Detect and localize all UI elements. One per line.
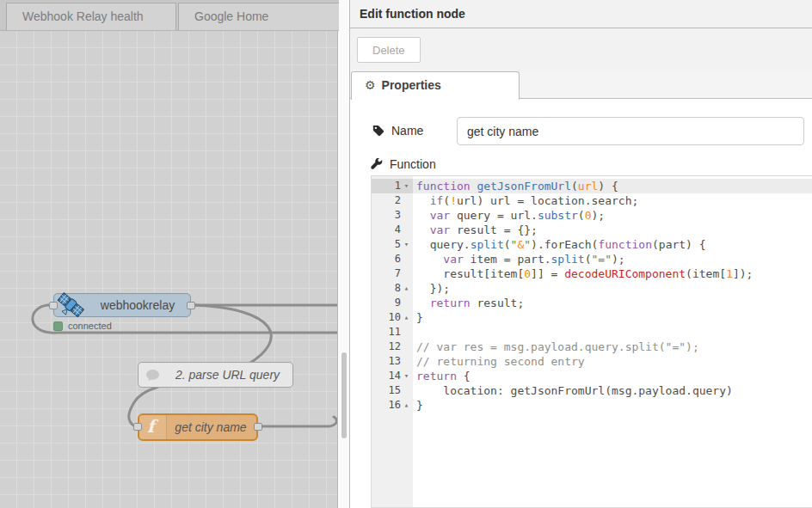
code-text: } [416,398,423,413]
code-line: 9 return result; [372,296,812,310]
code-line: 5▾ query.split("&").forEach(function(par… [372,237,812,252]
line-number: 2 [372,193,413,208]
tab-label: Properties [382,78,441,92]
line-number: 13 [372,354,413,369]
code-line: 4 var result = {}; [372,223,812,237]
code-text: location: getJsonFromUrl(msg.payload.que… [416,383,733,398]
code-text: function getJsonFromUrl(url) { [416,179,618,193]
tray-title: Edit function node [350,0,812,28]
node-output-port[interactable] [187,302,195,309]
flow-workspace: Webhook Relay health Google Home [0,0,349,508]
code-line: 13// returning second entry [372,354,812,369]
flow-tab-label: Google Home [194,9,268,23]
tray-toolbar: Delete [350,28,812,71]
code-line: 10▴} [372,310,812,325]
code-lines: 1▾function getJsonFromUrl(url) {2 if(!ur… [372,179,812,413]
name-input[interactable] [457,117,804,145]
fold-close-icon[interactable]: ▴ [401,310,412,325]
code-line: 8▴ }); [372,281,812,296]
status-dot-connected [53,321,63,331]
code-line: 16▴} [372,398,812,413]
node-input-port[interactable] [133,423,142,431]
code-text: }); [416,281,450,296]
code-text: if(!url) url = location.search; [416,193,638,208]
function-code-editor[interactable]: 1▾function getJsonFromUrl(url) {2 if(!ur… [371,175,812,508]
node-label: webhookrelay [90,294,185,316]
code-line: 11 [372,325,812,340]
delete-button[interactable]: Delete [357,37,421,63]
fold-open-icon[interactable]: ▾ [401,237,412,252]
code-text: result[item[0]] = decodeURIComponent(ite… [416,266,753,281]
name-field-label: Name [372,124,423,138]
code-line: 1▾function getJsonFromUrl(url) { [372,179,812,193]
wrench-icon [371,158,383,170]
code-line: 15 location: getJsonFromUrl(msg.payload.… [372,383,812,398]
tray-body: Name Function 1▾function getJsonFromUrl(… [350,101,812,508]
code-text: } [416,310,423,325]
line-number: 4 [372,223,413,237]
tab-properties[interactable]: ⚙Properties [351,71,520,100]
code-line: 14▾return { [372,369,812,383]
fold-close-icon[interactable]: ▴ [401,398,412,413]
code-text: var query = url.substr(0); [416,208,605,223]
code-text: return { [416,369,471,383]
code-text: var item = part.split("="); [416,252,625,266]
flow-tab-label: Webhook Relay health [22,9,144,23]
node-function-get-city-name[interactable]: f get city name [138,413,258,441]
line-number: 7 [372,266,413,281]
line-number: 9 [372,296,413,310]
line-number: 6 [372,252,413,266]
code-text: return result; [416,296,524,310]
line-number: 3 [372,208,413,223]
workspace-scrollbar [339,0,349,508]
comment-icon [145,369,160,383]
code-line: 12// var res = msg.payload.query.split("… [372,340,812,354]
code-text: query.split("&").forEach(function(part) … [416,237,706,252]
code-line: 3 var query = url.substr(0); [372,208,812,223]
code-text: // returning second entry [416,354,585,369]
line-number: 11 [372,325,413,340]
node-label: get city name [169,415,253,439]
wire-function-out [260,417,336,426]
flow-tab-google-home[interactable]: Google Home [178,3,339,31]
node-output-port[interactable] [254,423,262,431]
flow-tab-webhook-relay-health[interactable]: Webhook Relay health [6,3,176,31]
status-text: connected [68,321,112,331]
fold-close-icon[interactable]: ▴ [401,281,412,296]
fold-open-icon[interactable]: ▾ [401,179,412,193]
flow-canvas[interactable]: webhookrelay connected 2. parse URL quer… [0,31,338,508]
tag-icon [372,125,384,137]
function-field-label: Function [371,157,436,171]
code-line: 6 var item = part.split("="); [372,252,812,266]
code-text: // var res = msg.payload.query.split("="… [416,340,699,354]
fold-open-icon[interactable]: ▾ [401,369,412,383]
node-red-editor: Webhook Relay health Google Home [0,0,812,508]
function-f-icon: f [147,416,155,437]
code-line: 2 if(!url) url = location.search; [372,193,812,208]
code-line: 7 result[item[0]] = decodeURIComponent(i… [372,266,812,281]
edit-tray: Edit function node Delete ⚙Properties Na… [349,0,812,508]
gear-icon: ⚙ [365,78,376,92]
flow-tabbar: Webhook Relay health Google Home [0,0,339,31]
node-status-webhookrelay: connected [53,321,112,331]
node-label: 2. parse URL query [168,363,287,387]
tray-tabrow: ⚙Properties [350,71,812,99]
workspace-scrollbar-thumb[interactable] [341,352,347,438]
code-text: var result = {}; [416,223,538,237]
line-number: 15 [372,383,413,398]
node-webhookrelay[interactable]: webhookrelay [53,293,191,317]
satellite-icon [54,289,87,321]
line-number: 12 [372,340,413,354]
node-comment-parse-url-query[interactable]: 2. parse URL query [138,362,293,388]
